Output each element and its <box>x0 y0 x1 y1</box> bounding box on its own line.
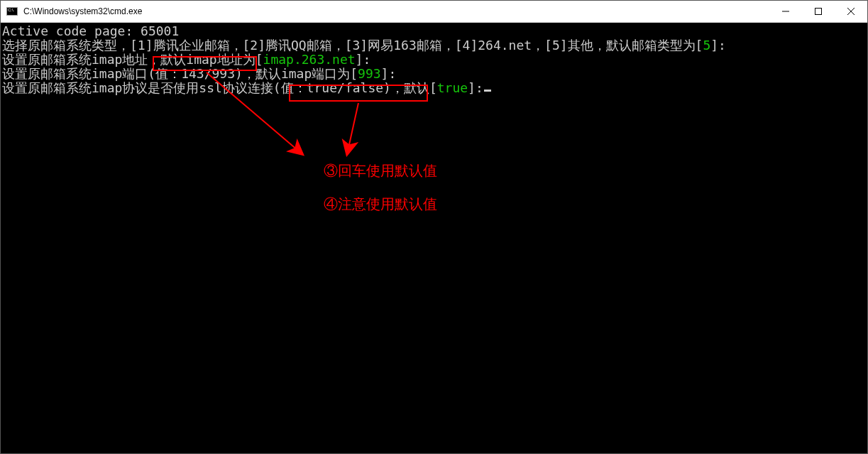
window-title: C:\Windows\system32\cmd.exe <box>23 6 769 16</box>
window-controls <box>769 1 867 22</box>
cmd-icon: C:\. <box>6 7 18 16</box>
terminal-line-2: 选择原邮箱系统类型，[1]腾讯企业邮箱，[2]腾讯QQ邮箱，[3]网易163邮箱… <box>2 38 866 53</box>
terminal-line-4: 设置原邮箱系统imap端口(值：143/993)，默认imap端口为[993]: <box>2 67 866 81</box>
terminal-line-1: Active code page: 65001 <box>2 24 866 38</box>
terminal-line-3: 设置原邮箱系统imap地址，默认imap地址为[imap.263.net]: <box>2 53 866 67</box>
maximize-button[interactable] <box>802 1 835 22</box>
minimize-button[interactable] <box>769 1 802 22</box>
svg-rect-1 <box>815 9 822 15</box>
terminal-output[interactable]: Active code page: 65001选择原邮箱系统类型，[1]腾讯企业… <box>1 23 867 453</box>
terminal-line-5: 设置原邮箱系统imap协议是否使用ssl协议连接(值：true/false)，默… <box>2 81 866 95</box>
titlebar[interactable]: C:\. C:\Windows\system32\cmd.exe <box>1 1 867 23</box>
terminal-cursor <box>484 90 491 92</box>
close-button[interactable] <box>835 1 867 22</box>
cmd-window: C:\. C:\Windows\system32\cmd.exe Active … <box>0 0 868 454</box>
